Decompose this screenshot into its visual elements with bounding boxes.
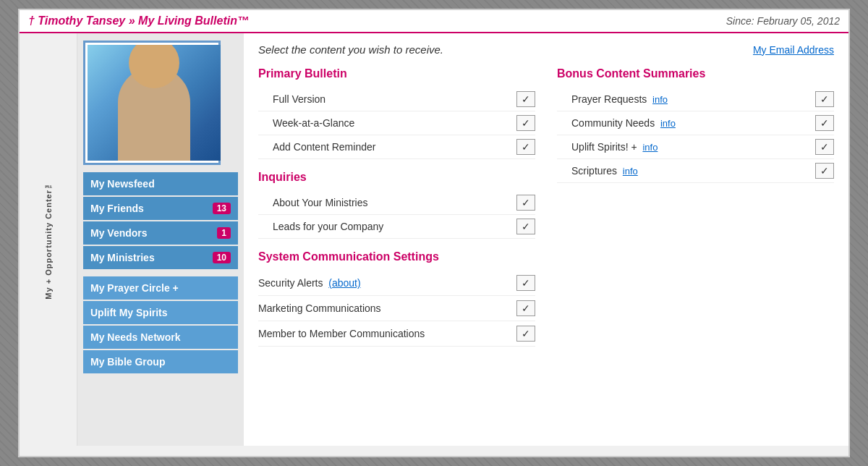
header-since: Since: February 05, 2012 [726,15,840,27]
nav-uplift-spirits-label: Uplift My Spirits [90,307,168,318]
header-title: † Timothy Tansey » My Living Bulletin™ [28,14,249,27]
nav-prayer-circle-label: My Prayer Circle + [90,282,179,294]
check-row-scriptures: Scriptures info ✓ [557,159,834,183]
nav-bible-group-button[interactable]: My Bible Group [83,350,238,373]
check-row-marketing: Marketing Communications ✓ [258,296,535,321]
col-right: Bonus Content Summaries Prayer Requests … [557,67,834,347]
profile-image [88,45,221,161]
inquiries-section: Inquiries About Your Ministries ✓ Leads … [258,171,535,239]
nav-vendors-label: My Vendors [90,227,148,239]
community-needs-checkbox[interactable]: ✓ [815,115,834,131]
nav-newsfeed-label: My Newsfeed [90,178,155,190]
check-row-ministries: About Your Ministries ✓ [258,191,535,215]
check-row-leads: Leads for your Company ✓ [258,215,535,239]
check-row-content-reminder: Add Content Reminder ✓ [258,135,535,159]
leads-checkbox[interactable]: ✓ [516,219,535,234]
nav-panel: My Newsfeed My Friends 13 My Vendors 1 M… [77,33,244,446]
week-at-glance-checkbox[interactable]: ✓ [516,115,535,131]
main-layout: My + Opportunity Center™ My Newsfeed My … [20,33,848,446]
nav-uplift-spirits-button[interactable]: Uplift My Spirits [83,301,238,324]
uplift-spirits-info-link[interactable]: info [642,142,658,153]
marketing-communications-label: Marketing Communications [258,302,381,314]
scriptures-checkbox[interactable]: ✓ [815,163,834,179]
check-row-prayer-requests: Prayer Requests info ✓ [557,88,834,111]
marketing-checkbox[interactable]: ✓ [516,300,535,316]
nav-friends-label: My Friends [90,203,144,214]
content-header: Select the content you wish to receive. … [258,43,834,56]
nav-needs-network-label: My Needs Network [90,331,180,343]
security-about-link[interactable]: (about) [328,277,360,289]
bonus-content-title: Bonus Content Summaries [557,67,834,80]
page-container: † Timothy Tansey » My Living Bulletin™ S… [18,9,850,457]
nav-friends-badge: 13 [213,203,231,214]
inquiries-title: Inquiries [258,171,535,184]
community-needs-info-link[interactable]: info [660,118,676,129]
nav-ministries-button[interactable]: My Ministries 10 [83,246,238,269]
check-row-member-to-member: Member to Member Communications ✓ [258,321,535,347]
bonus-content-section: Bonus Content Summaries Prayer Requests … [557,67,834,183]
system-communication-title: System Communication Settings [258,250,535,263]
check-row-week-at-glance: Week-at-a-Glance ✓ [258,111,535,135]
check-row-community-needs: Community Needs info ✓ [557,111,834,135]
prayer-requests-checkbox[interactable]: ✓ [815,91,834,107]
security-checkbox[interactable]: ✓ [516,275,535,291]
content-reminder-label: Add Content Reminder [273,141,375,153]
ministries-checkbox[interactable]: ✓ [516,195,535,211]
primary-bulletin-section: Primary Bulletin Full Version ✓ Week-at-… [258,67,535,159]
nav-spacer [83,271,238,276]
nav-friends-button[interactable]: My Friends 13 [83,197,238,220]
nav-ministries-label: My Ministries [90,252,155,263]
nav-needs-network-button[interactable]: My Needs Network [83,326,238,349]
content-reminder-checkbox[interactable]: ✓ [516,139,535,155]
week-at-glance-label: Week-at-a-Glance [273,117,354,129]
community-needs-label: Community Needs info [571,117,676,129]
nav-prayer-circle-button[interactable]: My Prayer Circle + [83,276,238,300]
primary-bulletin-title: Primary Bulletin [258,67,535,80]
uplift-spirits-checkbox[interactable]: ✓ [815,139,834,155]
check-row-security: Security Alerts (about) ✓ [258,271,535,296]
full-version-checkbox[interactable]: ✓ [516,91,535,107]
nav-bible-group-label: My Bible Group [90,356,165,368]
ministries-label: About Your Ministries [273,197,368,208]
nav-ministries-badge: 10 [213,252,231,263]
security-alerts-label: Security Alerts (about) [258,277,361,289]
sidebar: My + Opportunity Center™ [20,33,77,446]
email-address-link[interactable]: My Email Address [753,44,834,56]
content-subtitle: Select the content you wish to receive. [258,43,443,56]
prayer-requests-info-link[interactable]: info [652,94,668,105]
content-area: Select the content you wish to receive. … [244,33,848,446]
two-col-layout: Primary Bulletin Full Version ✓ Week-at-… [258,67,834,347]
system-communication-section: System Communication Settings Security A… [258,250,535,347]
profile-image-container [83,41,221,165]
header: † Timothy Tansey » My Living Bulletin™ S… [20,10,848,33]
member-to-member-label: Member to Member Communications [258,328,425,339]
leads-label: Leads for your Company [273,221,383,232]
nav-newsfeed-button[interactable]: My Newsfeed [83,172,238,195]
scriptures-info-link[interactable]: info [623,166,638,177]
scriptures-label: Scriptures info [571,165,638,177]
full-version-label: Full Version [273,93,326,105]
check-row-uplift-spirits: Uplift Spirits! + info ✓ [557,135,834,159]
col-left: Primary Bulletin Full Version ✓ Week-at-… [258,67,535,347]
check-row-full-version: Full Version ✓ [258,88,535,111]
member-to-member-checkbox[interactable]: ✓ [516,326,535,342]
uplift-spirits-label: Uplift Spirits! + info [571,141,658,153]
nav-vendors-badge: 1 [217,227,231,239]
nav-vendors-button[interactable]: My Vendors 1 [83,221,238,245]
sidebar-rotated-label: My + Opportunity Center™ [44,180,53,300]
prayer-requests-label: Prayer Requests info [571,93,668,105]
